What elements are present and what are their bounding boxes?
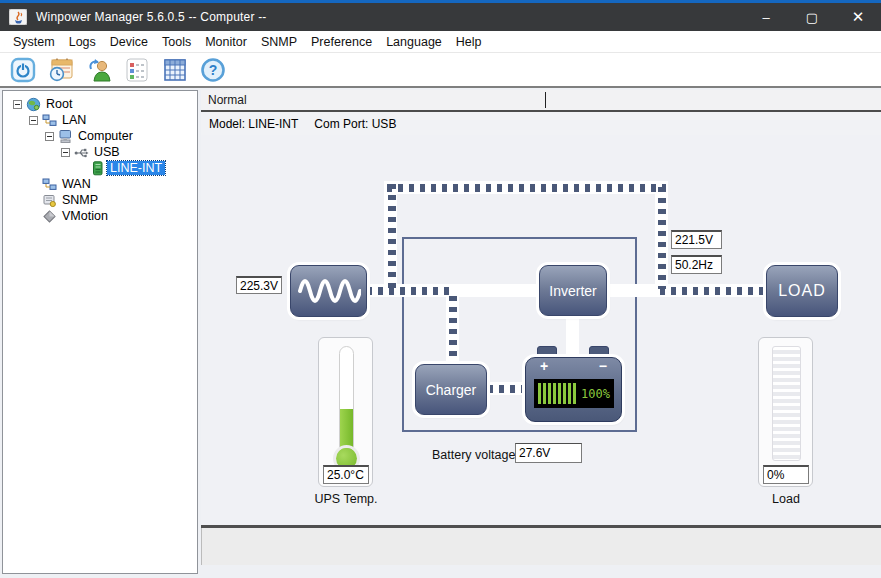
battery-lcd: 100% — [534, 379, 614, 408]
tree-item-label[interactable]: LINE-INT — [107, 161, 165, 175]
vmotion-diamond-icon — [41, 209, 57, 224]
ups-temp-field[interactable]: 25.0°C — [323, 465, 369, 484]
window-controls: – ▢ ✕ — [743, 3, 881, 31]
load-gauge-segments — [772, 346, 801, 461]
app-window: Winpower Manager 5.6.0.5 -- Computer -- … — [0, 0, 881, 578]
data-table-button[interactable] — [160, 55, 190, 84]
tree-item-label[interactable]: Root — [43, 97, 75, 111]
close-button[interactable]: ✕ — [835, 3, 881, 31]
list-icon — [123, 56, 151, 84]
menu-device[interactable]: Device — [103, 33, 155, 51]
tree-item-usb[interactable]: USB — [3, 144, 197, 160]
tree-item-label[interactable]: USB — [91, 145, 123, 159]
menu-help[interactable]: Help — [449, 33, 489, 51]
menu-monitor[interactable]: Monitor — [198, 33, 254, 51]
tree-item-label[interactable]: SNMP — [59, 193, 101, 207]
header-divider — [545, 92, 546, 108]
output-voltage-field[interactable]: 221.5V — [671, 230, 722, 249]
menu-tools[interactable]: Tools — [155, 33, 198, 51]
tree-item-wan[interactable]: WAN — [3, 176, 197, 192]
tree-item-snmp[interactable]: SNMP — [3, 192, 197, 208]
charger-flow-dashes — [449, 296, 457, 365]
load-percent-field[interactable]: 0% — [763, 465, 809, 484]
charger-label: Charger — [426, 382, 477, 398]
help-button[interactable]: ? — [198, 55, 228, 84]
load-gauge-label: Load — [746, 492, 826, 506]
load-gauge: 0% — [758, 337, 813, 487]
status-header: Normal — [201, 90, 881, 112]
power-icon — [9, 56, 37, 84]
device-tree-panel[interactable]: Root LAN Computer — [2, 90, 198, 574]
ups-status: Normal — [201, 93, 247, 107]
calendar-clock-icon — [47, 56, 75, 84]
tree-item-computer[interactable]: Computer — [3, 128, 197, 144]
input-flow-dashes — [367, 287, 454, 295]
table-icon — [161, 56, 189, 84]
network-icon — [41, 177, 57, 192]
tree-item-vmotion[interactable]: VMotion — [3, 208, 197, 224]
com-port-info: Com Port: USB — [314, 117, 396, 131]
menu-bar: System Logs Device Tools Monitor SNMP Pr… — [0, 31, 881, 53]
ups-temp-label: UPS Temp. — [306, 492, 386, 506]
network-icon — [41, 113, 57, 128]
battery-charge-percent: 100% — [581, 387, 610, 401]
inverter-label: Inverter — [549, 283, 596, 299]
usb-icon — [73, 145, 89, 160]
shutdown-button[interactable] — [8, 55, 38, 84]
inverter-node[interactable]: Inverter — [539, 265, 607, 316]
ups-device-icon — [89, 161, 105, 176]
charger-battery-dashes — [488, 385, 527, 393]
minus-sign: − — [599, 358, 607, 374]
snmp-card-icon — [41, 193, 57, 208]
tree-item-line-int[interactable]: LINE-INT — [3, 160, 197, 176]
agent-button[interactable] — [84, 55, 114, 84]
input-voltage-field[interactable]: 225.3V — [236, 276, 282, 294]
menu-preference[interactable]: Preference — [304, 33, 379, 51]
event-list-button[interactable] — [122, 55, 152, 84]
svg-text:?: ? — [209, 62, 218, 78]
menu-system[interactable]: System — [6, 33, 62, 51]
expander-root[interactable] — [9, 100, 25, 109]
help-icon: ? — [199, 56, 227, 84]
menu-snmp[interactable]: SNMP — [254, 33, 304, 51]
menu-language[interactable]: Language — [379, 33, 449, 51]
schedule-button[interactable] — [46, 55, 76, 84]
battery-body: + − 100% — [525, 357, 622, 422]
battery-charge-bars — [538, 383, 576, 404]
battery[interactable]: + − 100% — [525, 346, 622, 423]
ups-temp-gauge: 25.0°C — [318, 337, 373, 487]
expander-computer[interactable] — [41, 132, 57, 141]
load-node[interactable]: LOAD — [766, 265, 838, 317]
battery-voltage-field[interactable]: 27.6V — [515, 443, 582, 463]
globe-icon — [25, 97, 41, 112]
charger-node[interactable]: Charger — [415, 364, 487, 415]
monitor-panel: Normal Model: LINE-INT Com Port: USB — [201, 90, 881, 578]
tree-item-label[interactable]: WAN — [59, 177, 94, 191]
utility-input-node[interactable] — [290, 265, 367, 317]
tree-item-lan[interactable]: LAN — [3, 112, 197, 128]
bypass-top-dashes — [387, 184, 666, 192]
output-frequency-field[interactable]: 50.2Hz — [671, 255, 722, 274]
window-title: Winpower Manager 5.6.0.5 -- Computer -- — [36, 10, 743, 24]
bypass-right-dashes — [658, 187, 666, 289]
titlebar[interactable]: Winpower Manager 5.6.0.5 -- Computer -- … — [0, 3, 881, 31]
toolbar: ? — [0, 53, 881, 88]
model-info-row: Model: LINE-INT Com Port: USB — [201, 112, 881, 135]
model-info: Model: LINE-INT — [209, 117, 298, 131]
tree-item-label[interactable]: LAN — [59, 113, 89, 127]
expander-lan[interactable] — [25, 116, 41, 125]
content-area: Root LAN Computer — [0, 88, 881, 578]
expander-usb[interactable] — [57, 148, 73, 157]
output-flow-dashes — [660, 287, 767, 295]
tree-item-label[interactable]: VMotion — [59, 209, 111, 223]
user-arrow-icon — [85, 56, 113, 84]
sine-wave-icon — [297, 273, 361, 309]
java-app-icon — [9, 9, 27, 25]
computer-icon — [57, 129, 73, 144]
menu-logs[interactable]: Logs — [62, 33, 103, 51]
minimize-button[interactable]: – — [743, 3, 789, 31]
maximize-button[interactable]: ▢ — [789, 3, 835, 31]
load-label: LOAD — [778, 282, 826, 300]
tree-item-label[interactable]: Computer — [75, 129, 136, 143]
tree-item-root[interactable]: Root — [3, 96, 197, 112]
